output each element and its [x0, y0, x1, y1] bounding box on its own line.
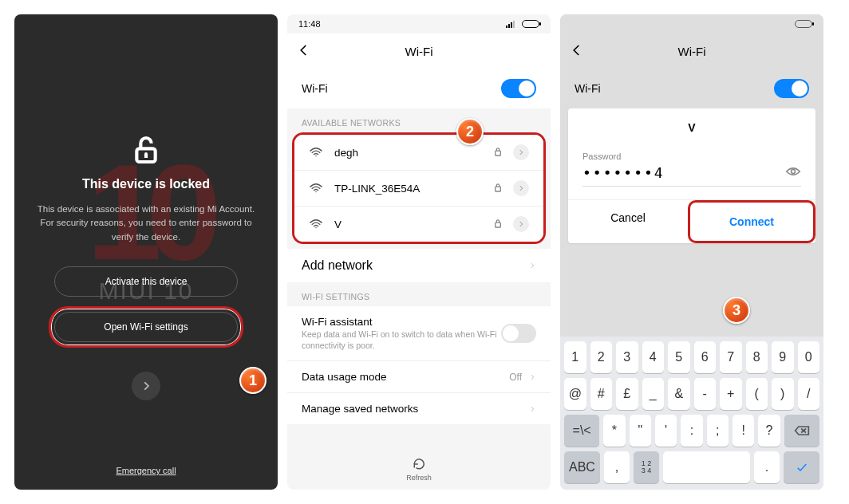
eye-icon[interactable] — [785, 166, 801, 180]
wifi-master-toggle-row[interactable]: Wi-Fi — [287, 69, 551, 108]
wifi-header: Wi-Fi — [560, 33, 823, 69]
locked-description: This device is associated with an existi… — [32, 203, 260, 244]
password-input[interactable] — [582, 164, 785, 181]
wifi-toggle-label: Wi-Fi — [302, 82, 328, 95]
phone-wifi-password: Wi-Fi Wi-Fi V Password Cancel Connect — [560, 14, 823, 490]
wifi-settings-label: WI-FI SETTINGS — [287, 282, 551, 306]
network-row[interactable]: TP-LINK_36E54A — [294, 170, 543, 206]
key[interactable]: 3 — [616, 341, 638, 373]
key[interactable]: @ — [564, 378, 586, 410]
key[interactable]: _ — [642, 378, 665, 410]
svg-rect-8 — [496, 222, 501, 227]
data-usage-mode-row[interactable]: Data usage mode Off — [287, 360, 551, 392]
key[interactable]: ? — [758, 415, 780, 447]
key-symbols-toggle[interactable]: =\< — [564, 415, 599, 447]
data-usage-mode-label: Data usage mode — [302, 371, 387, 383]
battery-icon — [522, 20, 539, 28]
key[interactable]: 7 — [720, 341, 742, 373]
chevron-right-icon[interactable] — [513, 180, 529, 196]
wifi-icon — [309, 147, 323, 158]
wifi-assistant-toggle[interactable] — [501, 324, 536, 343]
key[interactable]: / — [798, 378, 820, 410]
wifi-assistant-row[interactable]: Wi-Fi assistant Keep data and Wi-Fi on t… — [287, 306, 551, 360]
add-network-row[interactable]: Add network — [287, 249, 551, 282]
lock-mini-icon — [494, 145, 502, 159]
locked-title: This device is locked — [82, 177, 210, 191]
network-row[interactable]: degh — [294, 135, 543, 170]
key-abc[interactable]: ABC — [564, 451, 600, 483]
password-dialog: V Password Cancel Connect — [568, 108, 815, 243]
signal-icon — [506, 20, 517, 28]
key-dot[interactable]: . — [754, 451, 780, 483]
open-wifi-settings-button[interactable]: Open Wi-Fi settings — [54, 312, 238, 342]
key[interactable]: : — [681, 415, 702, 447]
back-icon[interactable] — [570, 43, 586, 59]
cancel-button[interactable]: Cancel — [568, 200, 688, 243]
dialog-network-name: V — [568, 108, 815, 144]
key[interactable]: 4 — [642, 341, 665, 373]
key[interactable]: £ — [616, 378, 638, 410]
back-icon[interactable] — [297, 43, 313, 59]
header-title: Wi-Fi — [678, 45, 706, 58]
key[interactable]: ' — [655, 415, 677, 447]
chevron-right-icon[interactable] — [513, 144, 529, 160]
refresh-label: Refresh — [406, 474, 432, 482]
step-badge-3: 3 — [723, 297, 750, 324]
key[interactable]: ; — [707, 415, 729, 447]
key[interactable]: 1 — [564, 341, 586, 373]
chevron-right-icon[interactable] — [513, 216, 529, 232]
key[interactable]: " — [630, 415, 651, 447]
network-row[interactable]: V — [294, 206, 543, 242]
key[interactable]: ! — [733, 415, 754, 447]
step-badge-2: 2 — [456, 118, 484, 145]
wifi-assistant-desc: Keep data and Wi-Fi on to switch to data… — [302, 329, 501, 351]
key-backspace-icon[interactable] — [784, 415, 819, 447]
key[interactable]: - — [694, 378, 717, 410]
wifi-toggle[interactable] — [774, 79, 809, 98]
key[interactable]: + — [720, 378, 742, 410]
key[interactable]: 6 — [694, 341, 717, 373]
wifi-toggle[interactable] — [501, 79, 536, 98]
keyboard: 1234567890 @#£_&-+()/ =\< *"':;!? ABC , … — [560, 337, 823, 490]
key-enter-icon[interactable] — [784, 451, 819, 483]
activate-device-button[interactable]: Activate this device — [54, 266, 238, 297]
key[interactable]: ) — [772, 378, 794, 410]
wifi-icon — [309, 183, 323, 194]
header-title: Wi-Fi — [405, 45, 433, 58]
data-usage-mode-value: Off — [509, 372, 522, 383]
phone-locked: 10 MIUI 10 This device is locked This de… — [14, 14, 278, 490]
lock-mini-icon — [494, 217, 502, 231]
wifi-assistant-title: Wi-Fi assistant — [302, 316, 501, 328]
svg-rect-4 — [496, 151, 501, 156]
key[interactable]: * — [603, 415, 625, 447]
network-name: degh — [334, 147, 483, 159]
key-numpad[interactable]: 1 23 4 — [634, 451, 659, 483]
key[interactable]: 0 — [798, 341, 820, 373]
network-name: TP-LINK_36E54A — [334, 183, 483, 195]
status-bar: 11:48 — [287, 14, 551, 33]
key[interactable]: # — [590, 378, 613, 410]
connect-button[interactable]: Connect — [692, 204, 811, 239]
wifi-master-toggle-row[interactable]: Wi-Fi — [560, 69, 823, 108]
wifi-toggle-label: Wi-Fi — [575, 82, 601, 95]
key-comma[interactable]: , — [604, 451, 630, 483]
manage-saved-networks-row[interactable]: Manage saved networks — [287, 392, 551, 424]
key[interactable]: 2 — [590, 341, 613, 373]
battery-icon — [795, 20, 812, 28]
lock-icon — [130, 134, 162, 166]
svg-point-5 — [315, 191, 317, 193]
lock-mini-icon — [494, 181, 502, 195]
key[interactable]: & — [668, 378, 690, 410]
phone-wifi-list: 11:48 Wi-Fi Wi-Fi AVAILABLE NETWORKS deg… — [287, 14, 551, 490]
key[interactable]: 5 — [668, 341, 690, 373]
key[interactable]: ( — [746, 378, 768, 410]
key-space[interactable] — [663, 451, 750, 483]
refresh-button[interactable]: Refresh — [406, 457, 432, 482]
key[interactable]: 9 — [772, 341, 794, 373]
available-networks-label: AVAILABLE NETWORKS — [287, 108, 551, 132]
svg-point-7 — [315, 227, 317, 229]
status-time: 11:48 — [298, 19, 321, 29]
key[interactable]: 8 — [746, 341, 768, 373]
svg-rect-6 — [496, 187, 501, 191]
step-badge-1: 1 — [239, 367, 267, 394]
